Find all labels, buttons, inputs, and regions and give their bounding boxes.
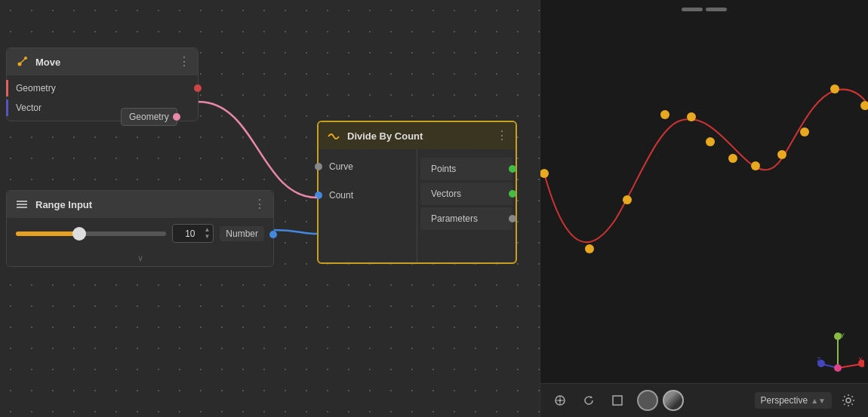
divide-count-label: Count [329, 190, 353, 201]
svg-text:Z: Z [817, 356, 821, 363]
wireframe-shader-button[interactable] [637, 390, 658, 411]
floating-geometry-text: Geometry [129, 112, 169, 122]
viewport-panel: Y X Z [540, 0, 868, 417]
perspective-select[interactable]: Perspective ▲▼ [755, 392, 833, 409]
axis-indicator: Y X Z [815, 330, 860, 376]
settings-button[interactable] [836, 388, 860, 412]
range-menu-button[interactable]: ⋮ [254, 198, 266, 210]
range-slider-track[interactable] [16, 231, 166, 236]
range-output-socket [269, 231, 277, 238]
svg-point-9 [660, 110, 669, 119]
svg-point-27 [834, 364, 842, 372]
perspective-chevron-icon: ▲▼ [811, 397, 826, 405]
divide-vectors-socket [509, 190, 516, 198]
divide-curve-socket [315, 163, 322, 170]
svg-point-33 [846, 398, 851, 403]
floating-geometry-label: Geometry [121, 108, 177, 126]
svg-point-2 [24, 57, 27, 60]
divide-inputs: Curve Count [319, 149, 417, 262]
curve-svg [540, 0, 868, 294]
svg-point-11 [706, 137, 715, 146]
divide-count-input: Count [319, 184, 417, 207]
move-vector-label: Vector [16, 103, 42, 113]
arrow-up[interactable]: ▲ [204, 227, 210, 233]
svg-point-17 [860, 101, 868, 110]
node-range-input: Range Input ⋮ 10 ▲ ▼ Number ∨ [6, 190, 274, 267]
arrow-down[interactable]: ▼ [204, 234, 210, 240]
node-canvas: Move ⋮ Geometry Vector Geometry [0, 0, 540, 417]
svg-point-10 [687, 112, 696, 121]
divide-outputs: Points Vectors Parameters [417, 149, 516, 262]
divide-title: Divide By Count [347, 130, 423, 142]
svg-point-14 [777, 150, 786, 159]
move-geometry-label: Geometry [16, 83, 56, 94]
divide-vectors-label: Vectors [431, 189, 461, 199]
svg-point-31 [559, 400, 562, 402]
move-menu-button[interactable]: ⋮ [178, 56, 190, 68]
divide-menu-button[interactable]: ⋮ [496, 130, 508, 142]
svg-text:X: X [858, 356, 863, 363]
range-number-input[interactable]: 10 ▲ ▼ [172, 224, 214, 243]
settings-icon [842, 394, 855, 407]
divide-parameters-output: Parameters [420, 207, 512, 230]
move-geometry-socket: Geometry [6, 80, 198, 97]
svg-point-7 [585, 244, 594, 253]
svg-point-6 [540, 169, 549, 178]
cursor-icon [554, 394, 566, 406]
divide-body: Curve Count Points Vectors Paramet [319, 149, 516, 262]
move-icon [14, 54, 29, 69]
perspective-label: Perspective [761, 395, 808, 406]
range-value: 10 [176, 228, 204, 239]
floating-geometry-out-socket [173, 113, 180, 121]
node-divide-by-count: Divide By Count ⋮ Curve Count Points [317, 121, 517, 264]
divide-parameters-socket [509, 215, 516, 222]
divide-parameters-label: Parameters [431, 213, 478, 224]
divide-points-output: Points [420, 158, 512, 180]
fullscreen-icon [611, 394, 623, 406]
svg-point-16 [830, 84, 839, 94]
range-title: Range Input [35, 199, 92, 210]
divide-points-socket [509, 165, 516, 173]
divide-points-label: Points [431, 164, 456, 174]
refresh-icon [583, 394, 595, 406]
viewport-toolbar: Perspective ▲▼ [540, 383, 868, 417]
svg-rect-32 [613, 396, 622, 405]
divide-curve-label: Curve [329, 161, 353, 172]
divide-icon [326, 128, 341, 143]
range-expand-button[interactable]: ∨ [7, 250, 273, 266]
move-node-header: Move ⋮ [7, 48, 198, 75]
move-title: Move [35, 57, 60, 68]
range-slider-fill [16, 231, 79, 236]
divide-vectors-output: Vectors [420, 182, 512, 205]
svg-point-8 [623, 195, 632, 204]
divide-curve-input: Curve [319, 155, 417, 178]
refresh-tool-button[interactable] [577, 388, 601, 412]
curve-visualization [540, 0, 868, 383]
axis-svg: Y X Z [815, 330, 864, 379]
cursor-tool-button[interactable] [548, 388, 572, 412]
svg-point-13 [751, 161, 760, 170]
range-node-header: Range Input ⋮ [7, 191, 273, 218]
range-arrows: ▲ ▼ [204, 227, 210, 240]
svg-point-12 [728, 154, 737, 163]
fullscreen-button[interactable] [605, 388, 629, 412]
svg-text:Y: Y [840, 332, 845, 339]
solid-shader-button[interactable] [663, 390, 684, 411]
shader-buttons [637, 390, 684, 411]
range-body: 10 ▲ ▼ Number [7, 218, 273, 250]
range-output-label: Number [220, 226, 264, 241]
move-geometry-out-socket [194, 84, 202, 92]
divide-node-header: Divide By Count ⋮ [319, 122, 516, 149]
divide-count-socket [315, 192, 322, 199]
range-icon [14, 197, 29, 212]
svg-point-15 [800, 127, 809, 136]
range-slider-thumb[interactable] [72, 227, 86, 241]
